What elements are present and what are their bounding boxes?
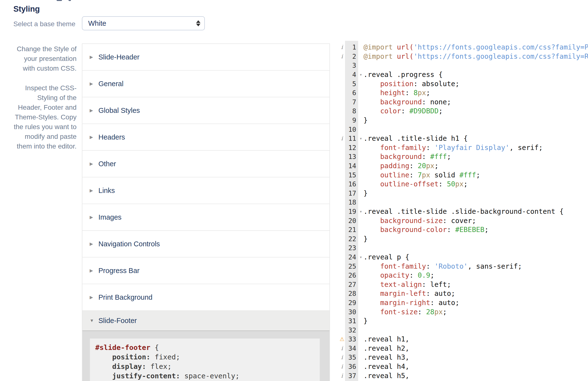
info-icon[interactable]: i (339, 345, 345, 351)
line-number: 23 (345, 244, 358, 252)
chevron-right-icon: ▶ (90, 295, 95, 300)
base-theme-label: Select a base theme (13, 20, 75, 28)
editor-line[interactable]: i35.reveal h3, (339, 353, 588, 362)
accordion-item-slide-header[interactable]: ▶Slide-Header (82, 44, 330, 71)
code-fold-icon[interactable]: ▾ (358, 137, 363, 140)
editor-lines: i1@import url('https://fonts.googleapis.… (339, 43, 588, 380)
editor-line[interactable]: 13 background: #fff; (339, 152, 588, 161)
editor-line[interactable]: 3 (339, 61, 588, 70)
clipped-text-remnant (57, 0, 62, 1)
line-number: 32 (345, 326, 358, 334)
editor-line[interactable]: 6 height: 8px; (339, 88, 588, 97)
line-number: 6 (345, 89, 358, 96)
line-number: 21 (345, 226, 358, 233)
code-fold-icon[interactable]: ▾ (358, 73, 363, 76)
code-line: justify-content: space-evenly; (95, 371, 315, 381)
editor-line[interactable]: 4▾.reveal .progress { (339, 70, 588, 79)
code-text: } (363, 116, 588, 124)
editor-line[interactable]: 12 font-family: 'Playfair Display', seri… (339, 143, 588, 152)
code-text: position: absolute; (363, 80, 588, 88)
slide-footer-css-code: #slide-footer { position: fixed; display… (90, 339, 320, 381)
code-fold-icon[interactable]: ▾ (358, 255, 363, 259)
editor-line[interactable]: 31} (339, 316, 588, 326)
accordion-item-global-styles[interactable]: ▶Global Styles (82, 97, 330, 124)
sidebar-note-paragraph: Inspect the CSS-Styling of the Header, F… (13, 83, 77, 151)
info-icon[interactable]: i (339, 54, 345, 59)
editor-line[interactable]: i11▾.reveal .title-slide h1 { (339, 134, 588, 143)
editor-line[interactable]: 15 outline: 7px solid #fff; (339, 170, 588, 180)
line-number: 12 (345, 144, 358, 152)
info-icon[interactable]: i (339, 44, 345, 50)
line-number: 15 (345, 171, 358, 179)
accordion-item-slide-footer[interactable]: ▼Slide-Footer (82, 311, 330, 331)
editor-line[interactable]: 8 color: #D9DBDD; (339, 107, 588, 116)
accordion-item-label: Progress Bar (98, 267, 140, 275)
code-line: position: fixed; (95, 352, 315, 362)
code-fold-icon[interactable]: ▾ (358, 210, 363, 213)
editor-line[interactable]: ⚠33.reveal h1, (339, 335, 588, 344)
editor-line[interactable]: 30 font-size: 28px; (339, 307, 588, 316)
code-text: opacity: 0.9; (363, 271, 588, 279)
editor-line[interactable]: 29 margin-right: auto; (339, 298, 588, 307)
line-number: 22 (345, 235, 358, 243)
code-text: margin-left: auto; (363, 289, 588, 298)
line-number: 11 (345, 135, 358, 142)
editor-line[interactable]: 19▾.reveal .title-slide .slide-backgroun… (339, 207, 588, 216)
line-number: 10 (345, 126, 358, 133)
editor-line[interactable]: 14 padding: 20px; (339, 161, 588, 171)
editor-line[interactable]: i1@import url('https://fonts.googleapis.… (339, 43, 588, 52)
editor-line[interactable]: i34.reveal h2, (339, 344, 588, 353)
warning-icon[interactable]: ⚠ (339, 337, 345, 342)
accordion-item-progress-bar[interactable]: ▶Progress Bar (82, 257, 330, 284)
editor-line[interactable]: 5 position: absolute; (339, 79, 588, 88)
editor-line[interactable]: 27 text-align: left; (339, 280, 588, 289)
code-text: } (363, 317, 588, 325)
editor-line[interactable]: 25 font-family: 'Roboto', sans-serif; (339, 262, 588, 271)
info-icon[interactable]: i (339, 364, 345, 369)
accordion-item-navigation-controls[interactable]: ▶Navigation Controls (82, 231, 330, 257)
editor-line[interactable]: 7 background: none; (339, 97, 588, 107)
editor-line[interactable]: 10 (339, 125, 588, 134)
line-number: 13 (345, 153, 358, 160)
chevron-down-icon: ▼ (90, 318, 95, 323)
info-icon[interactable]: i (339, 136, 345, 141)
info-icon[interactable]: i (339, 373, 345, 379)
editor-line[interactable]: 16 outline-offset: 50px; (339, 180, 588, 189)
accordion-item-headers[interactable]: ▶Headers (82, 124, 330, 151)
editor-line[interactable]: 17} (339, 189, 588, 198)
editor-line[interactable]: 32 (339, 325, 588, 335)
line-number: 31 (345, 317, 358, 325)
editor-line[interactable]: 21 background-color: #EBEBEB; (339, 225, 588, 234)
editor-line[interactable]: 28 margin-left: auto; (339, 289, 588, 298)
line-number: 1 (345, 43, 358, 51)
editor-line[interactable]: 24▾.reveal p { (339, 253, 588, 262)
code-text: color: #D9DBDD; (363, 107, 588, 115)
accordion-item-label: Print Background (98, 293, 152, 301)
line-number: 20 (345, 217, 358, 225)
code-text: padding: 20px; (363, 162, 588, 170)
accordion-item-images[interactable]: ▶Images (82, 204, 330, 231)
chevron-right-icon: ▶ (90, 108, 95, 113)
line-number: 24 (345, 253, 358, 261)
base-theme-select[interactable]: White (82, 16, 205, 30)
accordion-item-links[interactable]: ▶Links (82, 177, 330, 204)
accordion-item-label: General (98, 80, 124, 88)
accordion-item-print-background[interactable]: ▶Print Background (82, 284, 330, 311)
editor-line[interactable]: i36.reveal h4, (339, 362, 588, 371)
accordion-item-other[interactable]: ▶Other (82, 151, 330, 177)
editor-line[interactable]: 26 opacity: 0.9; (339, 271, 588, 280)
editor-line[interactable]: 22} (339, 234, 588, 243)
info-icon[interactable]: i (339, 355, 345, 360)
editor-line[interactable]: 18 (339, 198, 588, 207)
editor-line[interactable]: 23 (339, 243, 588, 253)
editor-line[interactable]: 9} (339, 116, 588, 125)
accordion-item-general[interactable]: ▶General (82, 71, 330, 97)
editor-line[interactable]: 20 background-size: cover; (339, 216, 588, 225)
editor-line[interactable]: i37.reveal h5, (339, 371, 588, 380)
accordion-item-label: Links (98, 187, 115, 195)
editor-line[interactable]: i2@import url('https://fonts.googleapis.… (339, 52, 588, 61)
css-code-editor[interactable]: i1@import url('https://fonts.googleapis.… (339, 41, 588, 381)
sidebar-note-paragraph: Change the Style of your presentation wi… (13, 44, 77, 73)
code-text: .reveal h3, (363, 353, 588, 361)
code-text: font-size: 28px; (363, 308, 588, 316)
